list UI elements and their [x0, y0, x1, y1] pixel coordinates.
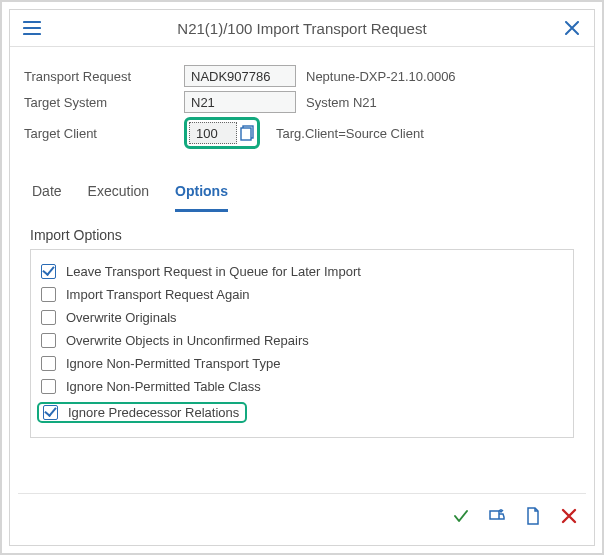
close-icon[interactable]: [562, 18, 582, 38]
target-system-desc: System N21: [306, 95, 377, 110]
row-target-system: Target System System N21: [24, 91, 580, 113]
cancel-icon[interactable]: [558, 505, 580, 527]
transport-request-desc: Neptune-DXP-21.10.0006: [306, 69, 456, 84]
titlebar: N21(1)/100 Import Transport Request: [10, 10, 594, 47]
tabstrip: Date Execution Options: [10, 159, 594, 213]
transport-request-label: Transport Request: [24, 69, 184, 84]
import-options-heading: Import Options: [10, 213, 594, 249]
option-label: Ignore Non-Permitted Table Class: [66, 379, 261, 394]
target-system-input[interactable]: [184, 91, 296, 113]
ok-icon[interactable]: [450, 505, 472, 527]
option-row: Overwrite Objects in Unconfirmed Repairs: [41, 329, 563, 352]
option-label: Ignore Non-Permitted Transport Type: [66, 356, 280, 371]
target-system-label: Target System: [24, 95, 184, 110]
option-row: Ignore Non-Permitted Table Class: [41, 375, 563, 398]
target-client-input[interactable]: [189, 122, 237, 144]
option-row: Ignore Predecessor Relations: [41, 398, 563, 427]
menu-icon[interactable]: [22, 18, 42, 38]
dialog: N21(1)/100 Import Transport Request Tran…: [9, 9, 595, 546]
option-checkbox[interactable]: [41, 264, 56, 279]
option-label: Leave Transport Request in Queue for Lat…: [66, 264, 361, 279]
transport-request-input[interactable]: [184, 65, 296, 87]
import-options-box: Leave Transport Request in Queue for Lat…: [30, 249, 574, 438]
option-row: Import Transport Request Again: [41, 283, 563, 306]
row-target-client: Target Client Targ.Client=Source Client: [24, 117, 580, 149]
option-row: Leave Transport Request in Queue for Lat…: [41, 260, 563, 283]
option-checkbox[interactable]: [43, 405, 58, 420]
target-client-highlight: [184, 117, 260, 149]
tab-date[interactable]: Date: [32, 177, 62, 212]
target-client-label: Target Client: [24, 126, 184, 141]
row-transport-request: Transport Request Neptune-DXP-21.10.0006: [24, 65, 580, 87]
option-checkbox[interactable]: [41, 310, 56, 325]
footer-toolbar: [18, 493, 586, 537]
option-checkbox[interactable]: [41, 287, 56, 302]
option-label: Import Transport Request Again: [66, 287, 250, 302]
target-client-desc: Targ.Client=Source Client: [276, 126, 424, 141]
option-row: Ignore Non-Permitted Transport Type: [41, 352, 563, 375]
value-help-icon[interactable]: [239, 123, 255, 143]
document-icon[interactable]: [522, 505, 544, 527]
option-row: Overwrite Originals: [41, 306, 563, 329]
form-area: Transport Request Neptune-DXP-21.10.0006…: [10, 47, 594, 159]
option-label: Ignore Predecessor Relations: [68, 405, 239, 420]
option-checkbox[interactable]: [41, 379, 56, 394]
dialog-title: N21(1)/100 Import Transport Request: [42, 20, 562, 37]
transport-icon[interactable]: [486, 505, 508, 527]
option-checkbox[interactable]: [41, 333, 56, 348]
tab-execution[interactable]: Execution: [88, 177, 149, 212]
option-checkbox[interactable]: [41, 356, 56, 371]
option-label: Overwrite Objects in Unconfirmed Repairs: [66, 333, 309, 348]
option-label: Overwrite Originals: [66, 310, 177, 325]
tab-options[interactable]: Options: [175, 177, 228, 212]
option-highlight: Ignore Predecessor Relations: [37, 402, 247, 423]
svg-rect-1: [241, 128, 251, 140]
